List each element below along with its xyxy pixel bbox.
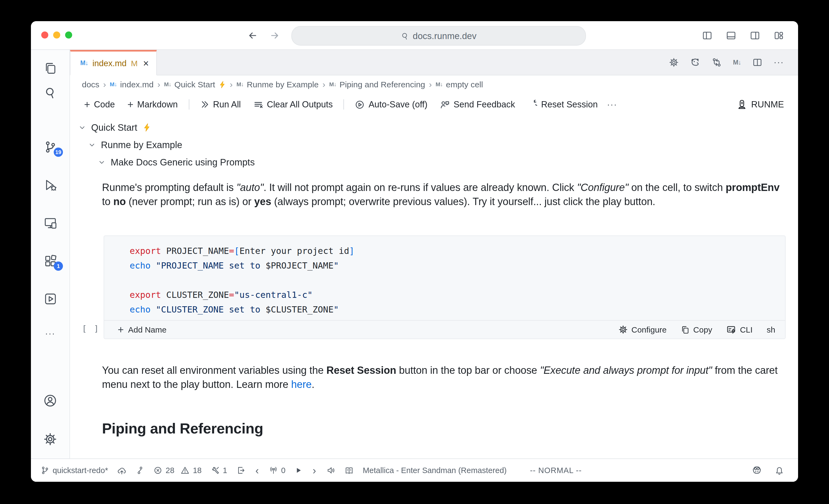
copy-button[interactable]: Copy	[681, 325, 712, 334]
text-segment: Runme's prompting default is	[102, 182, 237, 193]
refresh-icon	[528, 100, 537, 109]
text-segment: yes	[254, 195, 271, 207]
commit-graph-icon[interactable]	[136, 466, 144, 475]
more-actions-icon[interactable]: ···	[774, 58, 784, 67]
split-editor-icon[interactable]	[753, 58, 762, 67]
sidebar-item-account[interactable]	[31, 394, 69, 407]
text-segment: PROJECT_NAME	[161, 246, 229, 256]
address-bar[interactable]: docs.runme.dev	[291, 26, 586, 45]
play-icon[interactable]	[295, 467, 302, 474]
runme-mascot-icon[interactable]	[690, 57, 700, 68]
run-debug-icon	[44, 179, 57, 191]
search-icon	[44, 86, 57, 99]
heading-make-docs-generic[interactable]: Make Docs Generic using Prompts	[70, 153, 798, 171]
next-track-icon[interactable]: ›	[312, 465, 317, 475]
problems-status[interactable]: 28 18	[153, 466, 202, 475]
toolbar-more-icon[interactable]: ···	[607, 100, 617, 109]
compare-changes-icon[interactable]	[712, 58, 722, 67]
tab-title: index.md	[93, 58, 127, 68]
tasks-status[interactable]: 1	[211, 466, 227, 475]
heading-runme-by-example[interactable]: Runme by Example	[70, 136, 798, 153]
now-playing-label[interactable]: Metallica - Enter Sandman (Remastered)	[363, 466, 506, 475]
text-segment: (never prompt; run as is) or	[126, 195, 254, 207]
add-markdown-cell-button[interactable]: +Markdown	[124, 99, 181, 110]
clear-all-outputs-button[interactable]: Clear All Outputs	[250, 99, 336, 110]
chevron-down-icon[interactable]	[79, 124, 86, 131]
notebook-toolbar: +Code +Markdown Run All Clear All Output…	[70, 93, 798, 114]
inline-link[interactable]: here	[291, 379, 312, 390]
copilot-icon[interactable]	[752, 466, 762, 475]
git-branch-status[interactable]: quickstart-redo*	[41, 466, 108, 475]
breadcrumb-item-piping[interactable]: M↓Piping and Referencing	[329, 80, 425, 89]
error-count: 28	[166, 466, 174, 475]
vim-mode-indicator[interactable]: -- NORMAL --	[530, 466, 582, 475]
breadcrumb-item-quick-start[interactable]: M↓Quick Start	[164, 80, 226, 89]
toggle-sidebar-icon[interactable]	[702, 30, 712, 40]
exit-icon[interactable]	[237, 466, 245, 475]
tab-index-md[interactable]: M↓ index.md M ×	[70, 50, 157, 75]
text-segment: .	[312, 379, 314, 390]
send-feedback-button[interactable]: Send Feedback	[437, 99, 518, 110]
breadcrumb-item-docs[interactable]: docs	[82, 80, 99, 89]
zoom-window-button[interactable]	[65, 32, 72, 38]
chevron-down-icon[interactable]	[98, 159, 105, 166]
notebook-settings-gear-icon[interactable]	[669, 58, 679, 67]
chevron-down-icon[interactable]	[88, 141, 96, 148]
close-tab-icon[interactable]: ×	[143, 58, 149, 68]
sidebar-item-more-views[interactable]: ···	[31, 329, 69, 338]
sidebar-item-source-control[interactable]: 19	[31, 141, 69, 153]
text-segment: echo	[130, 260, 150, 271]
text-segment: "Execute and always prompt for input"	[540, 365, 712, 376]
cell-execution-gutter[interactable]: [ ]	[82, 324, 100, 334]
open-markdown-icon[interactable]: M↓	[733, 59, 741, 66]
reading-list-icon[interactable]	[344, 466, 354, 475]
text-segment: =	[229, 290, 234, 300]
heading-quick-start[interactable]: Quick Start	[70, 119, 798, 136]
add-code-cell-button[interactable]: +Code	[81, 99, 118, 110]
notifications-bell-icon[interactable]	[775, 466, 784, 475]
broadcast-status[interactable]: 0	[269, 466, 285, 475]
sidebar-item-remote-explorer[interactable]	[31, 216, 69, 229]
breadcrumb-item-runme-by-example[interactable]: M↓Runme by Example	[237, 80, 319, 89]
text-segment: [	[234, 246, 239, 256]
ellipsis-icon: ···	[45, 329, 55, 338]
text-segment	[150, 260, 156, 271]
forward-icon[interactable]	[270, 31, 279, 40]
add-name-button[interactable]: +Add Name	[118, 324, 167, 335]
text-segment: export	[130, 246, 161, 256]
runme-brand: RUNME	[736, 99, 784, 110]
sidebar-item-settings[interactable]	[31, 432, 69, 446]
sidebar-item-explorer[interactable]	[31, 62, 69, 75]
cli-button[interactable]: CLI	[726, 325, 753, 334]
bolt-icon	[143, 123, 151, 132]
cell-language-label[interactable]: sh	[767, 325, 775, 334]
toggle-secondary-sidebar-icon[interactable]	[750, 30, 760, 40]
gear-icon	[618, 325, 627, 334]
section-heading: Piping and Referencing	[102, 419, 771, 438]
sidebar-item-extensions[interactable]: 1	[31, 254, 69, 267]
breadcrumb-item-file[interactable]: M↓index.md	[110, 80, 153, 89]
run-all-button[interactable]: Run All	[197, 99, 244, 110]
text-segment: Enter your project id	[240, 246, 349, 256]
previous-track-icon[interactable]: ‹	[254, 465, 260, 475]
modified-badge: M	[131, 59, 138, 68]
configure-button[interactable]: Configure	[618, 325, 666, 334]
close-window-button[interactable]	[41, 32, 48, 38]
run-all-icon	[200, 100, 209, 109]
text-segment: $PROJECT_NAME	[265, 260, 333, 271]
toggle-panel-icon[interactable]	[726, 30, 736, 40]
breadcrumb-item-empty-cell[interactable]: M↓empty cell	[436, 80, 483, 89]
sidebar-item-runme[interactable]	[31, 292, 69, 305]
minimize-window-button[interactable]	[53, 32, 60, 38]
text-segment: on the cell, to switch	[628, 182, 726, 193]
volume-icon[interactable]	[326, 466, 335, 475]
publish-changes-icon[interactable]	[117, 466, 127, 475]
sidebar-item-search[interactable]	[31, 86, 69, 99]
sidebar-item-run-debug[interactable]	[31, 179, 69, 191]
auto-save-toggle[interactable]: Auto-Save (off)	[352, 99, 431, 110]
back-icon[interactable]	[248, 31, 257, 40]
clear-outputs-icon	[253, 100, 263, 109]
code-editor[interactable]: export PROJECT_NAME=[Enter your project …	[104, 236, 785, 320]
customize-layout-icon[interactable]	[774, 30, 784, 40]
reset-session-button[interactable]: Reset Session	[525, 99, 601, 110]
